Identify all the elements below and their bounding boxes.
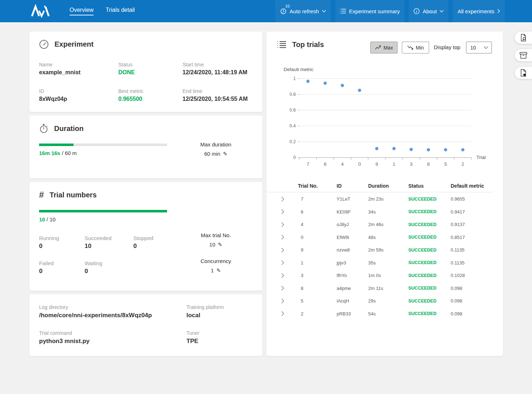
auto-refresh-countdown: 10 — [285, 4, 290, 8]
trial-metric-cell: 0.098 — [451, 298, 493, 304]
trend-down-icon — [407, 45, 413, 50]
experiment-card: Experiment Name example_mnist Status DON… — [29, 32, 262, 112]
expand-row-chevron-icon[interactable] — [279, 222, 286, 227]
trial-duration-cell: 54s — [368, 311, 408, 316]
top-navbar: Overview Trials detail 10 Auto refresh E… — [0, 0, 532, 22]
svg-text:4: 4 — [341, 161, 344, 167]
display-top-value: 10 — [470, 45, 476, 51]
trial-duration-cell: 2m 11s — [368, 286, 408, 291]
training-platform-value: local — [186, 312, 224, 319]
edit-pencil-icon[interactable]: ✎ — [218, 242, 223, 247]
svg-text:0: 0 — [293, 155, 296, 160]
trial-duration-cell: 2m 59s — [368, 247, 408, 253]
info-icon — [413, 8, 420, 14]
duration-card-title: Duration — [54, 125, 84, 133]
about-label: About — [423, 8, 437, 14]
display-top-label: Display top — [434, 44, 460, 50]
svg-text:1: 1 — [293, 76, 296, 81]
doc-dot-icon — [520, 69, 527, 77]
expand-row-chevron-icon[interactable] — [279, 260, 286, 265]
experiment-summary-button[interactable]: Experiment summary — [335, 0, 405, 22]
end-time-label: End time — [182, 88, 248, 94]
table-row: 7 Y1LeT 2m 23s SUCCEEDED 0.9655 — [266, 193, 493, 206]
trial-metric-cell: 0.098 — [451, 286, 493, 291]
expand-row-chevron-icon[interactable] — [279, 273, 286, 278]
tuner-value: TPE — [186, 338, 199, 345]
top-trials-card: Top trials Max Min Display top 10 Defaul… — [266, 32, 503, 356]
table-row: 6 KE08F 34s SUCCEEDED 0.9417 — [266, 206, 493, 219]
name-label: Name — [39, 62, 81, 67]
chevron-down-icon — [484, 46, 488, 49]
table-row: 9 nzvw8 2m 59s SUCCEEDED 0.1135 — [266, 244, 493, 257]
start-time-label: Start time — [182, 62, 247, 67]
svg-text:5: 5 — [444, 161, 447, 167]
chevron-right-icon — [497, 9, 500, 13]
svg-text:0.2: 0.2 — [290, 139, 296, 144]
max-button[interactable]: Max — [370, 42, 398, 53]
duration-total: / 60 m — [62, 150, 77, 156]
config-archive-pill-button[interactable] — [515, 49, 532, 61]
trial-status-cell: SUCCEEDED — [408, 260, 451, 265]
experiment-name: example_mnist — [39, 69, 81, 76]
chevron-down-icon — [440, 10, 444, 13]
tab-trials-detail[interactable]: Trials detail — [106, 7, 135, 15]
trial-no-cell: 9 — [298, 247, 337, 253]
svg-text:9: 9 — [375, 161, 378, 167]
tab-overview[interactable]: Overview — [70, 7, 94, 15]
trial-status-cell: SUCCEEDED — [408, 235, 451, 240]
trials-table-body: 7 Y1LeT 2m 23s SUCCEEDED 0.9655 6 KE08F … — [266, 193, 493, 320]
nni-logo — [29, 4, 52, 18]
all-experiments-link[interactable]: All experiments — [453, 0, 505, 22]
auto-refresh-label: Auto refresh — [290, 8, 319, 14]
max-trial-label: Max trial No. — [180, 232, 252, 238]
trial-id-cell: KE08F — [337, 209, 368, 215]
svg-text:0.4: 0.4 — [290, 123, 296, 128]
trial-no-cell: 2 — [298, 311, 337, 316]
clock-refresh-icon — [280, 8, 287, 15]
trial-no-cell: 3 — [298, 273, 337, 278]
trial-id-cell: nzvw8 — [337, 247, 368, 253]
expand-row-chevron-icon[interactable] — [279, 248, 286, 253]
default-metric-chart: Default metric00.20.40.60.817640913852Tr… — [275, 66, 497, 170]
archive-box-icon — [519, 52, 527, 59]
stopped-count: 0 — [133, 243, 153, 250]
trial-metric-cell: 0.9137 — [451, 222, 493, 227]
svg-text:0.8: 0.8 — [290, 92, 296, 97]
best-metric-label: Best metric — [118, 88, 143, 94]
config-card: Log directory /home/core/nni-experiments… — [29, 294, 262, 356]
best-metric-value: 0.965500 — [118, 96, 143, 102]
auto-refresh-menu[interactable]: 10 Auto refresh — [275, 0, 331, 22]
expand-row-chevron-icon[interactable] — [279, 235, 286, 240]
table-row: 4 oJ8yJ 2m 46s SUCCEEDED 0.9137 — [266, 218, 493, 231]
trials-progress-fill — [39, 210, 167, 212]
expand-row-chevron-icon[interactable] — [279, 209, 286, 214]
expand-row-chevron-icon[interactable] — [279, 197, 286, 202]
header-default-metric: Default metric — [451, 183, 493, 189]
edit-pencil-icon[interactable]: ✎ — [216, 268, 221, 273]
expand-row-chevron-icon[interactable] — [279, 311, 286, 316]
trial-id-cell: Y1LeT — [337, 196, 368, 202]
running-label: Running — [39, 235, 59, 241]
log-file-pill-button[interactable] — [515, 67, 532, 79]
trial-duration-cell: 48s — [368, 235, 408, 240]
summary-list-icon — [340, 8, 346, 14]
expand-row-chevron-icon[interactable] — [279, 286, 286, 291]
trial-no-cell: 6 — [298, 209, 337, 215]
header-trial-no: Trial No. — [298, 183, 337, 189]
failed-label: Failed — [39, 260, 54, 266]
search-space-pill-button[interactable] — [515, 32, 532, 44]
status-badge: DONE — [118, 69, 135, 76]
svg-text:Trial: Trial — [476, 155, 486, 160]
edit-pencil-icon[interactable]: ✎ — [223, 151, 228, 156]
trial-duration-cell: 29s — [368, 298, 408, 304]
trial-status-cell: SUCCEEDED — [408, 286, 451, 291]
max-duration-label: Max duration — [180, 141, 252, 147]
max-button-label: Max — [384, 45, 393, 51]
trial-status-cell: SUCCEEDED — [408, 222, 451, 227]
display-top-dropdown[interactable]: 10 — [466, 42, 492, 53]
about-menu[interactable]: About — [409, 0, 448, 22]
running-count: 0 — [39, 243, 59, 250]
min-button[interactable]: Min — [402, 42, 429, 53]
waiting-label: Waiting — [85, 260, 102, 266]
expand-row-chevron-icon[interactable] — [279, 299, 286, 304]
